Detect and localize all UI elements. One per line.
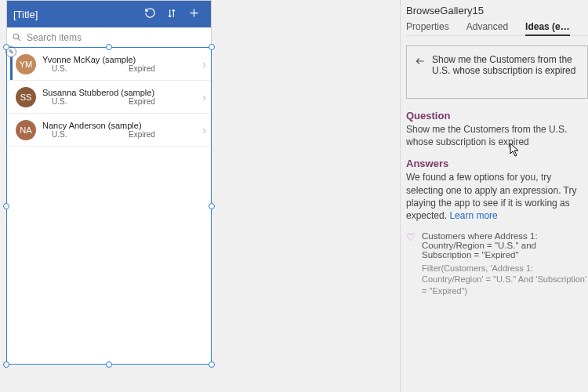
- answer-title: Customers where Address 1: Country/Regio…: [422, 231, 588, 260]
- search-input[interactable]: Search items: [7, 27, 211, 48]
- question-heading: Question: [406, 110, 588, 122]
- panel-divider: [400, 0, 401, 392]
- ideas-question-input[interactable]: Show me the Customers from the U.S. whos…: [406, 45, 588, 99]
- answers-heading: Answers: [406, 158, 588, 169]
- answers-body: We found a few options for you, try sele…: [406, 171, 588, 222]
- tab-ideas[interactable]: Ideas (e…: [525, 21, 570, 36]
- add-icon[interactable]: [183, 7, 205, 21]
- selection-overlay: [6, 47, 212, 365]
- properties-panel: BrowseGallery15 Properties Advanced Idea…: [406, 5, 588, 296]
- control-name: BrowseGallery15: [406, 5, 588, 16]
- back-arrow-icon[interactable]: [415, 56, 426, 67]
- app-title[interactable]: [Title]: [13, 9, 139, 20]
- search-placeholder: Search items: [27, 32, 82, 43]
- answer-formula: Filter(Customers, 'Address 1: Country/Re…: [422, 263, 588, 296]
- search-icon: [12, 32, 22, 42]
- panel-tabs: Properties Advanced Ideas (e…: [406, 21, 588, 36]
- tab-advanced[interactable]: Advanced: [466, 21, 508, 32]
- svg-point-0: [13, 34, 19, 39]
- question-echo: Show me the Customers from the U.S. whos…: [406, 123, 588, 148]
- learn-more-link[interactable]: Learn more: [449, 210, 497, 221]
- lightbulb-icon: ♡: [406, 231, 416, 296]
- question-text: Show me the Customers from the U.S. whos…: [432, 54, 579, 76]
- tab-properties[interactable]: Properties: [406, 21, 449, 32]
- sort-icon[interactable]: [161, 8, 183, 21]
- app-header: [Title]: [7, 1, 211, 27]
- refresh-icon[interactable]: [139, 7, 161, 21]
- answer-option[interactable]: ♡ Customers where Address 1: Country/Reg…: [406, 231, 588, 296]
